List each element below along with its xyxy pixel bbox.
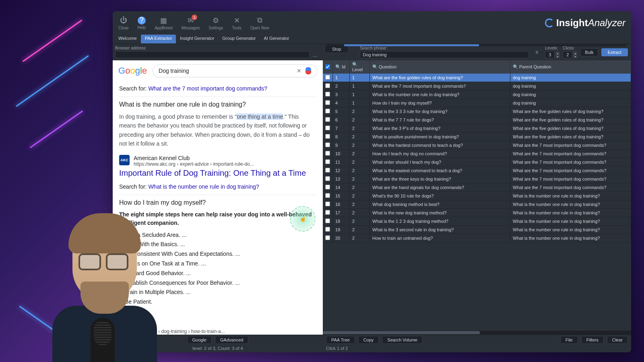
col-question[interactable]: 🔍Question (370, 60, 510, 74)
row-checkbox[interactable] (323, 192, 333, 200)
google-button[interactable]: Google (187, 336, 212, 344)
google-search-input[interactable] (159, 68, 293, 74)
table-row[interactable]: 14 2 What are the hand signals for dog c… (323, 183, 631, 192)
row-checkbox[interactable] (323, 90, 333, 99)
search-icon: 🔍 (352, 62, 358, 67)
row-checkbox[interactable] (323, 124, 333, 133)
cell-level: 2 (350, 183, 370, 192)
levels-stepper[interactable]: ▴▾ (555, 51, 559, 58)
search-volume-button[interactable]: Search Volume (382, 336, 423, 344)
help-button[interactable]: ?Help (138, 16, 146, 30)
row-checkbox[interactable] (323, 82, 333, 90)
settings-button[interactable]: ⚙Settings (208, 16, 223, 30)
row-checkbox[interactable] (323, 209, 333, 217)
clicks-input[interactable] (563, 51, 572, 58)
row-checkbox[interactable] (323, 133, 333, 141)
row-checkbox[interactable] (323, 200, 333, 209)
table-row[interactable]: 20 2 How to train an untrained dog? What… (323, 234, 631, 243)
chevron-down-icon[interactable]: ▾ (555, 55, 559, 58)
table-row[interactable]: 18 2 What is the 1 2 3 dog training meth… (323, 217, 631, 226)
row-checkbox[interactable] (323, 217, 333, 226)
file-button[interactable]: File (560, 336, 578, 344)
table-row[interactable]: 1 1 What are the five golden rules of do… (323, 74, 631, 82)
row-checkbox[interactable] (323, 158, 333, 167)
search-phrase-input[interactable] (360, 51, 529, 58)
table-row[interactable]: 15 2 What's the 90 10 rule for dogs? Wha… (323, 192, 631, 200)
paa-tree-button[interactable]: PAA Tree (326, 336, 355, 344)
table-row[interactable]: 5 2 What is the 3 3 3 rule for dog train… (323, 107, 631, 116)
tab-insight-generator[interactable]: Insight Generator (176, 35, 218, 43)
cell-question: What is the 3 3 3 rule for dog training? (370, 107, 510, 116)
table-row[interactable]: 17 2 What is the new dog training method… (323, 209, 631, 217)
cell-parent: What are the 7 most important dog comman… (510, 175, 631, 183)
table-row[interactable]: 2 1 What are the 7 most important dog co… (323, 82, 631, 90)
cell-parent: What are the 7 most important dog comman… (510, 150, 631, 158)
tab-welcome[interactable]: Welcome (114, 35, 141, 43)
col-id[interactable]: 🔍Id (333, 60, 350, 74)
row-checkbox[interactable] (323, 99, 333, 107)
clear-x-button[interactable]: X (535, 50, 542, 55)
col-parent[interactable]: 🔍Parent Question (510, 60, 631, 74)
tab-ai-generator[interactable]: AI Generator (260, 35, 293, 43)
cell-id: 2 (333, 82, 350, 90)
results-table-wrap[interactable]: 🔍Id 🔍Level 🔍Question 🔍Parent Question 1 … (323, 60, 631, 331)
col-checkbox[interactable] (323, 60, 333, 74)
bulk-button[interactable]: Bulk (580, 48, 598, 56)
col-level[interactable]: 🔍Level (350, 60, 370, 74)
chevron-up-icon[interactable]: ▴ (555, 51, 559, 55)
clear-button[interactable]: Clear (607, 336, 628, 344)
row-checkbox[interactable] (323, 74, 333, 82)
result-link-2[interactable]: Important Rule of Dog Training: One Thin… (119, 169, 316, 178)
mic-icon[interactable] (305, 67, 311, 74)
tab-paa-extractor[interactable]: PAA Extractor (141, 35, 176, 43)
tab-group-generator[interactable]: Group Generator (218, 35, 260, 43)
tools-button[interactable]: ✕Tools (232, 16, 241, 30)
cell-question: What dog training method is best? (370, 200, 510, 209)
main-toolbar: ⏻Close ?Help ▦AppBreed ✉Messages ⚙Settin… (113, 11, 631, 35)
cell-level: 2 (350, 158, 370, 167)
table-row[interactable]: 13 2 What are the three keys to dog trai… (323, 175, 631, 183)
levels-input[interactable] (545, 51, 555, 58)
browser-address-input[interactable] (115, 51, 310, 58)
table-row[interactable]: 12 2 What is the easiest command to teac… (323, 167, 631, 175)
gadvanced-button[interactable]: GAdvanced (215, 336, 248, 344)
table-row[interactable]: 4 1 How do I train my dog myself? dog tr… (323, 99, 631, 107)
row-checkbox[interactable] (323, 167, 333, 175)
table-row[interactable]: 19 2 What is the 3 second rule in dog tr… (323, 226, 631, 234)
row-checkbox[interactable] (323, 107, 333, 116)
table-row[interactable]: 16 2 What dog training method is best? W… (323, 200, 631, 209)
row-checkbox[interactable] (323, 141, 333, 150)
paa-question-2: What is the number one rule in dog train… (119, 101, 316, 108)
table-row[interactable]: 6 2 What is the 7 7 7 rule for dogs? Wha… (323, 116, 631, 124)
table-row[interactable]: 7 2 What are the 3 P's of dog training? … (323, 124, 631, 133)
row-checkbox[interactable] (323, 150, 333, 158)
extract-button[interactable]: Extract (601, 48, 628, 56)
table-row[interactable]: 10 2 How do I teach my dog no command? W… (323, 150, 631, 158)
open-new-button[interactable]: ⧉Open New (250, 16, 269, 30)
browse-button[interactable]: ... (311, 51, 319, 58)
copy-button[interactable]: Copy (358, 336, 379, 344)
cell-question: What is the 3 second rule in dog trainin… (370, 226, 510, 234)
table-row[interactable]: 11 2 What order should I teach my dog? W… (323, 158, 631, 167)
row-checkbox[interactable] (323, 234, 333, 243)
chevron-up-icon[interactable]: ▴ (573, 51, 577, 55)
messages-button[interactable]: ✉Messages (182, 16, 200, 30)
row-checkbox[interactable] (323, 226, 333, 234)
close-button[interactable]: ⏻Close (118, 16, 129, 30)
appbreed-button[interactable]: ▦AppBreed (155, 16, 172, 30)
table-row[interactable]: 3 1 What is the number one rule in dog t… (323, 90, 631, 99)
horizontal-scrollbar[interactable] (323, 331, 631, 335)
table-row[interactable]: 8 2 What is positive punishment in dog t… (323, 133, 631, 141)
row-checkbox[interactable] (323, 175, 333, 183)
chevron-down-icon[interactable]: ▾ (573, 55, 577, 58)
table-row[interactable]: 9 2 What is the hardest command to teach… (323, 141, 631, 150)
search-for-link-2[interactable]: What is the number one rule in dog train… (148, 183, 259, 190)
clicks-stepper[interactable]: ▴▾ (573, 51, 577, 58)
clear-search-icon[interactable]: ✕ (297, 68, 301, 74)
filters-button[interactable]: Filters (581, 336, 604, 344)
search-for-link-1[interactable]: What are the 7 most important dog comman… (148, 85, 267, 92)
row-checkbox[interactable] (323, 116, 333, 124)
search-icon: 🔍 (513, 64, 518, 69)
row-checkbox[interactable] (323, 183, 333, 192)
google-search-box[interactable]: ✕ (153, 64, 317, 77)
